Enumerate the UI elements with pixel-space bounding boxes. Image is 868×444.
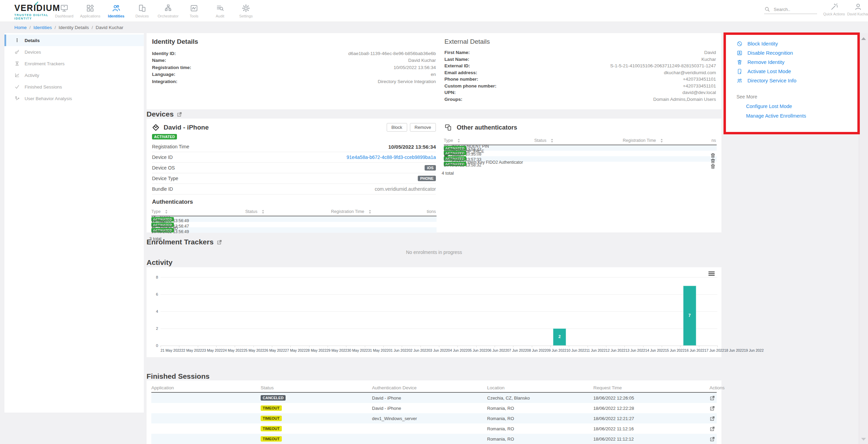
- sidebar-item-enrolment-trackers[interactable]: Enrolment Trackers: [4, 58, 144, 69]
- sidebar-item-activity[interactable]: Activity: [4, 69, 144, 81]
- breadcrumb-david-kuchar: David Kuchar: [96, 25, 123, 30]
- sidebar-item-user-behavior-analysis[interactable]: User Behavior Analysis: [4, 93, 144, 104]
- devices-nav-icon: [138, 4, 147, 13]
- search-input[interactable]: [773, 6, 812, 12]
- sidebar-item-details[interactable]: Details: [4, 35, 144, 46]
- detail-value: en: [431, 72, 436, 77]
- chart-category-label: 11 Jun 2022: [586, 348, 606, 352]
- detail-value: S-1-5-21-410015106-2063711249-828150371-…: [610, 63, 716, 68]
- detail-row: Name: David Kuchar: [152, 57, 436, 64]
- link-manage-active-enrollments[interactable]: Manage Active Enrollments: [746, 113, 857, 119]
- chart-xtick: [495, 346, 495, 347]
- chart-xtick: [161, 346, 161, 347]
- link-configure-lost-mode[interactable]: Configure Lost Mode: [746, 104, 857, 109]
- chart-category-label: 23 May 2022: [202, 348, 223, 352]
- chart-xtick: [346, 346, 346, 347]
- column-header-status[interactable]: Status: [245, 209, 331, 214]
- chart-menu-icon[interactable]: [708, 271, 715, 277]
- device-value: 10/05/2022 13:56:34: [388, 144, 436, 150]
- chart-gridline: [161, 328, 717, 329]
- session-time: 18/06/2022 12:21:27: [593, 416, 709, 421]
- chart-xtick: [717, 346, 718, 347]
- column-header-registration-time[interactable]: Registration Time: [331, 209, 427, 214]
- user-menu-button[interactable]: David Kuchar: [847, 3, 868, 16]
- breadcrumb-home[interactable]: Home: [14, 25, 27, 30]
- scrollbar-down-icon[interactable]: [861, 438, 866, 441]
- logo-check-icon: ✓: [34, 0, 40, 7]
- nav-item-settings[interactable]: Settings: [233, 0, 259, 22]
- device-detail-row: Device OSiOS: [152, 163, 436, 173]
- session-device: David - iPhone: [372, 406, 487, 411]
- device-detail-label: Bundle ID: [152, 186, 173, 192]
- chart-category-label: 18 Jun 2022: [724, 348, 744, 352]
- open-session-button[interactable]: [709, 416, 715, 421]
- device-value-link[interactable]: 91e4a58a-b672-4c88-9fd3-cceb9899ba1a: [346, 154, 436, 160]
- delete-authenticator-button[interactable]: [710, 163, 716, 170]
- global-search: [764, 6, 817, 14]
- detail-label: Name:: [152, 58, 166, 63]
- finished-sessions-title: Finished Sessions: [147, 372, 209, 380]
- nav-item-label: Orchestrator: [157, 14, 178, 18]
- scrollbar-up-icon[interactable]: [861, 37, 866, 40]
- column-header-registration-time[interactable]: Registration Time: [623, 138, 712, 143]
- settings-icon: [242, 4, 250, 13]
- nav-item-identities[interactable]: Identities: [103, 0, 129, 22]
- nav-item-tools[interactable]: Tools: [181, 0, 207, 22]
- nav-item-audit[interactable]: Audit: [207, 0, 233, 22]
- column-header-actions: Actions: [712, 138, 717, 143]
- action-block-identity[interactable]: Block Identity: [736, 41, 857, 46]
- action-label: Block Identity: [747, 41, 778, 46]
- other-authenticators-table: Type Status Registration Time Actions IN…: [444, 136, 717, 167]
- chart-xtick: [216, 346, 217, 347]
- nav-item-applications[interactable]: Applications: [77, 0, 103, 22]
- sidebar-item-finished-sessions[interactable]: Finished Sessions: [4, 81, 144, 93]
- column-header-type[interactable]: Type: [444, 138, 534, 143]
- chart-category-label: 15 Jun 2022: [665, 348, 685, 352]
- breadcrumb-identity-details: Identity Details: [59, 25, 89, 30]
- detail-row: Last Name: Kuchar: [444, 56, 716, 63]
- quick-actions-button[interactable]: Quick Actions: [823, 3, 845, 16]
- chart-xtick: [383, 346, 384, 347]
- action-remove-identity[interactable]: Remove Identity: [736, 59, 857, 65]
- chart-category-label: 13 Jun 2022: [625, 348, 645, 352]
- breadcrumb-identities[interactable]: Identities: [33, 25, 52, 30]
- see-more-label: See More: [736, 94, 857, 99]
- session-time: 18/06/2022 12:26:05: [593, 395, 709, 401]
- open-session-button[interactable]: [709, 426, 715, 432]
- detail-row: UPN: david@dev.local: [444, 89, 716, 96]
- detail-label: Groups:: [444, 97, 463, 102]
- user-icon: [854, 3, 862, 11]
- open-session-button[interactable]: [709, 395, 715, 401]
- sidebar-item-devices[interactable]: Devices: [4, 46, 144, 58]
- nav-item-dashboard[interactable]: Dashboard: [51, 0, 77, 22]
- session-row: TIMEOUT David - iPhone Romania, RO 18/06…: [151, 403, 717, 413]
- chart-xtick: [235, 346, 235, 347]
- action-directory-service-info[interactable]: Directory Service Info: [736, 78, 857, 83]
- detail-value: dkuchar@veridiumid.com: [664, 70, 716, 75]
- chart-xtick: [624, 346, 625, 347]
- remove-device-button[interactable]: Remove: [410, 123, 436, 132]
- finished-sessions-header: Finished Sessions: [147, 372, 209, 380]
- block-device-button[interactable]: Block: [387, 123, 407, 132]
- sidebar-item-label: Devices: [25, 50, 41, 55]
- chart-xtick: [588, 346, 588, 347]
- fs-column-authentication-device: Authentication Device: [372, 385, 487, 390]
- sort-icon: [262, 210, 264, 214]
- action-disable-recognition[interactable]: Disable Recognition: [736, 50, 857, 56]
- breadcrumb-separator: /: [55, 25, 56, 30]
- column-header-type[interactable]: Type: [151, 209, 245, 214]
- nav-item-devices[interactable]: Devices: [129, 0, 155, 22]
- sidebar-item-label: User Behavior Analysis: [25, 96, 72, 101]
- device-value-badge: PHONE: [418, 176, 436, 181]
- action-activate-lost-mode[interactable]: Activate Lost Mode: [736, 68, 857, 74]
- hourglass-icon: [14, 61, 20, 66]
- column-header-status[interactable]: Status: [534, 138, 623, 143]
- open-session-button[interactable]: [709, 436, 715, 442]
- search-icon: [764, 6, 770, 12]
- open-session-button[interactable]: [709, 405, 715, 411]
- orchestrator-icon: [164, 4, 173, 13]
- nav-item-orchestrator[interactable]: Orchestrator: [155, 0, 181, 22]
- session-time: 18/06/2022 11:12:12: [593, 436, 709, 442]
- sidebar-item-label: Activity: [25, 73, 39, 78]
- page-scrollbar[interactable]: [859, 33, 868, 444]
